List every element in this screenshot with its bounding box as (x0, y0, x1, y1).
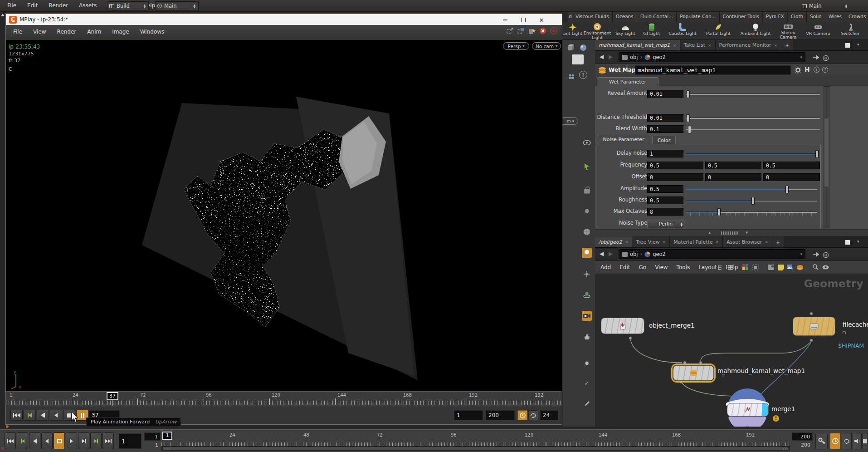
camera-menu[interactable]: Persp (503, 42, 529, 50)
path-dropdown-icon[interactable]: ▾ (800, 55, 802, 59)
light-tool-icon[interactable] (582, 248, 592, 258)
warning-badge[interactable]: ! (773, 415, 779, 422)
split-pane-icon[interactable] (767, 264, 775, 271)
node-filecache1[interactable] (793, 317, 835, 336)
shelf-tool-caustic-light[interactable]: Caustic Light (664, 22, 701, 39)
panel-icon[interactable] (572, 54, 584, 64)
resize-image-icon[interactable] (507, 27, 514, 34)
play-forward-button[interactable] (66, 432, 77, 449)
shelf-tool-environment-light[interactable]: Environment Light (583, 22, 611, 39)
desktop-spinner[interactable]: ▲▼ (142, 4, 146, 8)
tab-tree-view[interactable]: Tree View× (632, 236, 670, 247)
mplay-menu-view[interactable]: View (33, 29, 46, 39)
path-field[interactable]: obj geo2 ▾ (619, 249, 805, 259)
tab-material-palette[interactable]: Material Palette× (670, 236, 723, 247)
net-menu-tools[interactable]: Tools (677, 264, 690, 274)
noise-parameter-tab[interactable]: Noise Parameter (597, 135, 650, 144)
hand-tool-icon[interactable] (582, 332, 592, 342)
shelf-tab-viscous[interactable]: Viscous Fluids (572, 12, 613, 22)
shelf-tab-wires[interactable]: Wires (825, 12, 845, 22)
node-help-icon[interactable]: ? (822, 67, 828, 73)
shelf-tab-pyro[interactable]: Pyro FX (763, 12, 788, 22)
maximize-button[interactable] (519, 16, 527, 24)
range-end-field[interactable]: 200 (792, 432, 813, 441)
net-menu-edit[interactable]: Edit (619, 264, 630, 274)
follow-icon[interactable]: ◎ (823, 250, 829, 259)
color-tab[interactable]: Color (652, 136, 676, 145)
mplay-titlebar[interactable]: MPlay - ip-23:54:* ✕ (6, 13, 562, 25)
background-image-icon[interactable]: + (786, 264, 794, 271)
node-name-field[interactable]: mahmoud_kamal_wet_map1 (635, 65, 791, 75)
pane-menu-icon[interactable]: ▾ (857, 42, 859, 47)
shelf-tab-cloth[interactable]: Cloth (788, 12, 807, 22)
main-timeline-ruler[interactable]: 1 24 48 72 96 120 144 168 192 (161, 432, 790, 445)
right-spinner[interactable]: ▲▼ (844, 4, 848, 8)
crumb-geo2[interactable]: geo2 (653, 54, 666, 60)
pane-splitter-arrow[interactable] (1, 447, 5, 450)
select-icon[interactable] (582, 162, 592, 172)
crop-image-icon[interactable] (517, 27, 525, 34)
forward-icon[interactable]: ▶ (609, 54, 613, 60)
node-label[interactable]: merge1 (771, 405, 795, 413)
world-icon[interactable] (582, 227, 592, 237)
close-button[interactable]: ✕ (537, 16, 546, 24)
mplay-menu-anim[interactable]: Anim (87, 29, 101, 39)
slider-handle[interactable] (751, 197, 755, 205)
path-field[interactable]: obj geo2 ▾ (619, 52, 805, 62)
help-icon[interactable]: ? (579, 71, 587, 79)
net-menu-go[interactable]: Go (639, 264, 646, 274)
cut-dropdown[interactable]: m ▾ (563, 117, 578, 125)
shelf-tab-populate[interactable]: Populate Con... (677, 12, 719, 22)
tab-performance-monitor[interactable]: Performance Monitor× (716, 40, 782, 50)
stop-button[interactable] (54, 432, 65, 449)
menu-edit[interactable]: Edit (27, 2, 38, 9)
path-dropdown-icon[interactable]: ▾ (800, 252, 802, 256)
shelf-tool-vr-camera[interactable]: VR Camera (801, 22, 835, 39)
mplay-range-end-field[interactable]: 200 (486, 410, 515, 420)
jump-start-button[interactable] (5, 432, 16, 449)
shelf-tool-sky-light[interactable]: Sky Light (611, 22, 639, 39)
step-back-button[interactable] (37, 410, 49, 421)
render-again-icon[interactable] (550, 27, 557, 34)
net-menu-add[interactable]: Add (600, 264, 611, 274)
pane-maximize-icon[interactable] (845, 43, 850, 48)
pane-link-selector[interactable]: Main ▲▼ (155, 1, 199, 10)
menu-assets[interactable]: Assets (79, 2, 97, 9)
desktop-selector[interactable]: Build ▲▼ (107, 1, 149, 10)
step-back-button[interactable] (29, 432, 40, 449)
current-frame-marker[interactable]: 37 (107, 392, 118, 400)
pen-icon[interactable] (582, 398, 592, 408)
pin-icon[interactable] (813, 54, 820, 60)
shelf-tool-switcher[interactable]: Switcher (835, 22, 865, 39)
distance-threshold-slider[interactable] (686, 118, 820, 119)
camera-tool-icon[interactable] (582, 311, 592, 321)
tab-obj-geo2[interactable]: /obj/geo2× (595, 236, 632, 247)
node-object-merge1[interactable] (601, 318, 644, 334)
network-canvas[interactable]: Geometry object_merge1 (595, 274, 868, 427)
next-key-button[interactable] (90, 432, 102, 449)
pane-divider[interactable]: ▲ ▼ (595, 229, 868, 236)
realtime-toggle[interactable] (830, 433, 840, 449)
color-palette-icon[interactable] (742, 264, 749, 271)
max-octaves-field[interactable]: 8 (647, 208, 683, 216)
slate-button[interactable] (863, 433, 868, 449)
distance-threshold-field[interactable]: 0.01 (647, 114, 683, 122)
offset-x-field[interactable]: 0 (647, 173, 703, 181)
shelf-tool-stereo-camera[interactable]: Stereo Camera (775, 22, 801, 39)
frequency-z-field[interactable]: 0.5 (763, 162, 820, 169)
shelf-tab-fluid[interactable]: Fluid Contai... (637, 12, 677, 22)
search-icon[interactable] (812, 263, 819, 270)
link-spinner[interactable]: ▲▼ (192, 4, 196, 8)
shelf-tab-solid[interactable]: Solid (807, 12, 825, 22)
slider-handle[interactable] (717, 208, 721, 216)
menu-render[interactable]: Render (49, 2, 68, 9)
delay-noise-field[interactable]: 1 (647, 150, 683, 157)
loop-toggle[interactable] (842, 433, 852, 449)
frequency-y-field[interactable]: 0.5 (705, 162, 761, 169)
roughness-field[interactable]: 0.5 (647, 197, 683, 204)
blend-width-slider[interactable] (686, 129, 820, 130)
tab-add[interactable]: + (772, 236, 784, 247)
tab-asset-browser[interactable]: Asset Browser× (723, 236, 772, 247)
slider-handle[interactable] (815, 150, 819, 158)
jump-start-button[interactable] (10, 410, 23, 421)
